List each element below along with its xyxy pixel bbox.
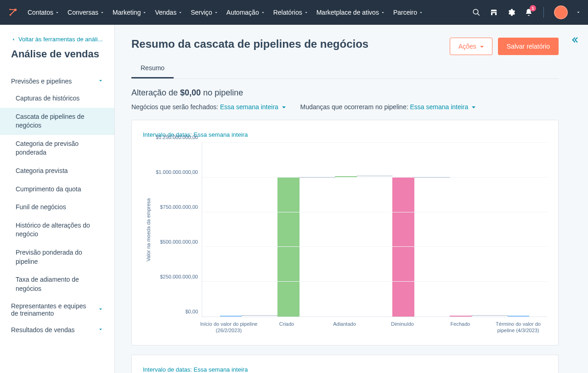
x-label: Adiantado [316, 317, 373, 334]
hubspot-logo[interactable] [7, 7, 18, 18]
bar[interactable] [508, 316, 530, 317]
bar[interactable] [277, 178, 300, 317]
sidebar-item-5[interactable]: Funil de negócios [0, 198, 114, 217]
bar-col-4 [432, 143, 490, 317]
sidebar-item-8[interactable]: Taxa de adiamento de negócios [0, 271, 114, 298]
sidebar-item-7[interactable]: Previsão ponderada do pipeline [0, 244, 114, 271]
nav-item-3[interactable]: Vendas [155, 9, 182, 16]
bar-col-1 [260, 143, 317, 317]
bar-col-5 [490, 143, 547, 317]
save-report-button[interactable]: Salvar relatório [498, 38, 559, 55]
sidebar-item-4[interactable]: Cumprimento da quota [0, 180, 114, 199]
filter-pipeline-changes[interactable]: Essa semana inteira [410, 103, 475, 111]
chevron-down-icon [98, 306, 103, 313]
sidebar-item-1[interactable]: Cascata de pipelines de negócios [0, 108, 114, 135]
chart-y-label: Valor na moeda da empresa [143, 143, 151, 317]
table-subtitle: Intervalo de datas: Essa semana inteira [143, 366, 547, 373]
nav-item-2[interactable]: Marketing [113, 9, 147, 16]
notification-badge: 1 [530, 5, 536, 11]
chevron-down-icon [98, 326, 103, 334]
y-tick: $500.000.000,00 [160, 239, 198, 245]
y-tick: $750.000.000,00 [160, 204, 198, 210]
bar[interactable] [220, 316, 242, 317]
nav-item-7[interactable]: Marketplace de ativos [317, 9, 385, 16]
tab-summary[interactable]: Resumo [131, 59, 174, 78]
bar-col-2 [317, 143, 374, 317]
y-tick: $0,00 [185, 309, 198, 314]
collapse-panel-icon[interactable] [571, 36, 579, 46]
x-label: Fechado [431, 317, 489, 334]
x-label: Término do valor do pipeline (4/3/2023) [489, 317, 547, 334]
bar[interactable] [450, 316, 472, 317]
sidebar-title: Análise de vendas [0, 48, 114, 60]
chart-card: Intervalo de datas: Essa semana inteira … [131, 120, 559, 345]
chevron-down-icon [98, 78, 103, 85]
sidebar-group-0[interactable]: Previsões e pipelines [0, 73, 114, 89]
page-title: Resumo da cascata de pipelines de negóci… [131, 38, 368, 50]
nav-item-4[interactable]: Serviço [191, 9, 218, 16]
actions-button[interactable]: Ações [450, 38, 492, 55]
x-label: Início do valor do pipeline (26/2/2023) [200, 317, 258, 334]
nav-item-6[interactable]: Relatórios [273, 9, 308, 16]
svg-point-3 [473, 9, 478, 14]
sidebar-group-1[interactable]: Representantes e equipes de treinamento [0, 298, 114, 322]
x-label: Diminuído [373, 317, 431, 334]
gear-icon[interactable] [507, 8, 516, 17]
sidebar-item-0[interactable]: Capturas de históricos [0, 89, 114, 108]
top-nav: ContatosConversasMarketingVendasServiçoA… [0, 0, 588, 25]
sidebar-group-2[interactable]: Resultados de vendas [0, 322, 114, 338]
nav-item-8[interactable]: Parceiro [393, 9, 423, 16]
bar-col-3 [375, 143, 432, 317]
marketplace-icon[interactable] [489, 8, 498, 17]
sidebar-item-3[interactable]: Categoria prevista [0, 162, 114, 180]
sidebar-item-6[interactable]: Histórico de alterações do negócio [0, 217, 114, 244]
y-tick: $1.250.000.000,00 [156, 134, 198, 140]
chart-subtitle: Intervalo de datas: Essa semana inteira [143, 131, 547, 138]
x-label: Criado [258, 317, 316, 334]
filters: Negócios que serão fechados: Essa semana… [131, 103, 559, 111]
sidebar-item-2[interactable]: Categoria de previsão ponderada [0, 135, 114, 162]
user-avatar[interactable] [554, 6, 568, 19]
bar-col-0 [202, 143, 260, 317]
filter-close-date[interactable]: Essa semana inteira [220, 103, 286, 111]
content: Resumo da cascata de pipelines de negóci… [115, 25, 588, 373]
y-tick: $250.000.000,00 [160, 274, 198, 279]
nav-item-1[interactable]: Conversas [68, 9, 104, 16]
search-icon[interactable] [472, 8, 481, 17]
bar[interactable] [392, 178, 414, 317]
summary-line: Alteração de $0,00 no pipeline [131, 88, 559, 98]
sidebar: Voltar às ferramentas de análi... Anális… [0, 25, 115, 373]
nav-item-0[interactable]: Contatos [28, 9, 59, 16]
y-tick: $1.000.000.000,00 [156, 169, 198, 175]
account-menu-caret[interactable] [576, 10, 581, 15]
notification-icon[interactable]: 1 [524, 8, 533, 17]
table-card: Intervalo de datas: Essa semana inteira … [131, 355, 559, 373]
back-link-label: Voltar às ferramentas de análi... [18, 36, 103, 43]
back-link[interactable]: Voltar às ferramentas de análi... [0, 36, 114, 43]
nav-item-5[interactable]: Automação [226, 9, 265, 16]
